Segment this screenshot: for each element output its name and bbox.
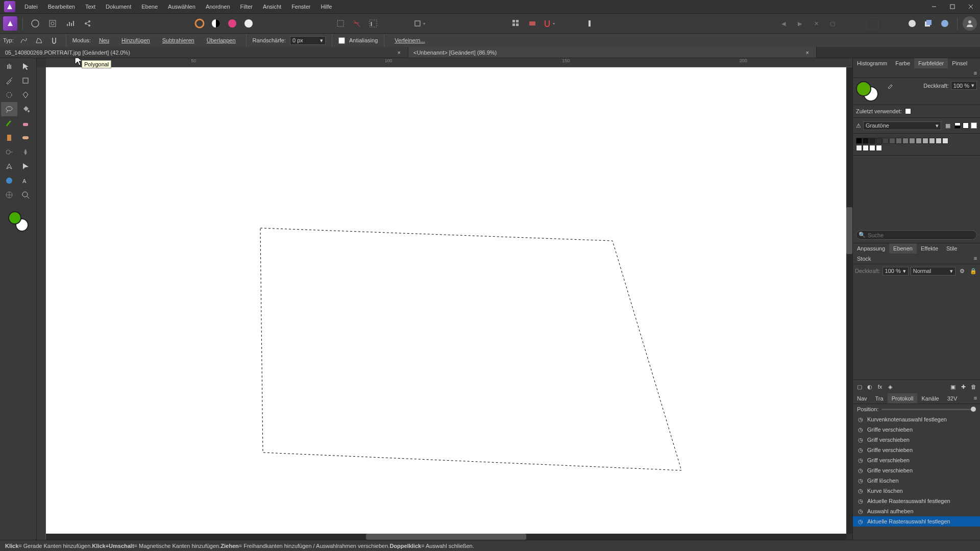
- lasso-tool[interactable]: [1, 102, 17, 116]
- grayscale-swatches[interactable]: [856, 138, 977, 144]
- type-magnetic-icon[interactable]: [48, 35, 60, 46]
- menu-hilfe[interactable]: Hilfe: [315, 2, 337, 12]
- maximize-button[interactable]: [943, 0, 962, 13]
- tab-farbe[interactable]: Farbe: [891, 58, 914, 68]
- hand-tool[interactable]: [1, 59, 17, 73]
- menu-text[interactable]: Text: [80, 2, 101, 12]
- tab-anpassung[interactable]: Anpassung: [853, 243, 889, 254]
- scrollbar-horizontal[interactable]: [46, 534, 846, 540]
- persona-export-icon[interactable]: [80, 16, 94, 31]
- tab-stile[interactable]: Stile: [942, 243, 961, 254]
- info-icon[interactable]: [582, 16, 597, 31]
- layers-list[interactable]: [853, 278, 980, 380]
- menu-datei[interactable]: Datei: [19, 2, 43, 12]
- protocol-item[interactable]: ◷Griffe verschieben: [853, 445, 980, 455]
- menu-ebene[interactable]: Ebene: [136, 2, 163, 12]
- palette-none-icon[interactable]: [971, 122, 977, 129]
- mesh-tool[interactable]: [1, 188, 17, 202]
- menu-filter[interactable]: Filter: [235, 2, 258, 12]
- persona-liquify-icon[interactable]: [28, 16, 42, 31]
- tab-histogramm[interactable]: Histogramm: [853, 58, 891, 68]
- cloud-icon[interactable]: [905, 16, 919, 31]
- recent-swatch[interactable]: [905, 108, 911, 114]
- tab-2-close-icon[interactable]: ×: [804, 49, 811, 56]
- canvas[interactable]: [46, 67, 846, 534]
- shape-tool[interactable]: [1, 173, 17, 188]
- protocol-item-selected[interactable]: ◷Aktuelle Rasterauswahl festlegen: [853, 516, 980, 527]
- blend-mode[interactable]: Normal▾: [911, 267, 955, 276]
- eyedropper-icon[interactable]: [886, 81, 895, 90]
- tab-ebenen[interactable]: Ebenen: [889, 243, 917, 254]
- protocol-item[interactable]: ◷Griffe verschieben: [853, 465, 980, 475]
- deckkraft-value[interactable]: 100 %▾: [951, 81, 977, 90]
- search-input[interactable]: [868, 232, 974, 238]
- hue-icon[interactable]: [225, 16, 239, 31]
- lasso-select-icon[interactable]: [350, 16, 364, 31]
- protocol-item[interactable]: ◷Aktuelle Rasterauswahl festlegen: [853, 496, 980, 506]
- grid-toggle-icon[interactable]: [525, 16, 540, 31]
- tab-2[interactable]: <Unbenannt> [Geändert] (86.9%) ×: [408, 47, 817, 58]
- palette-grid-icon[interactable]: ▦: [943, 121, 952, 130]
- tab-farbfelder[interactable]: Farbfelder: [914, 58, 948, 68]
- layer-mask-icon[interactable]: ▢: [855, 382, 864, 391]
- type-freehand-icon[interactable]: [18, 35, 29, 46]
- layer-fx-icon[interactable]: fx: [875, 382, 885, 391]
- refine-button[interactable]: Verfeinern...: [390, 36, 429, 45]
- menu-fenster[interactable]: Fenster: [286, 2, 315, 12]
- layer-opacity[interactable]: 100 %▾: [883, 267, 909, 276]
- layer-blend-icon[interactable]: ◈: [886, 382, 895, 391]
- tab-effekte[interactable]: Effekte: [917, 243, 942, 254]
- rand-input[interactable]: 0 px▾: [290, 36, 326, 45]
- mode-hinzufuegen[interactable]: Hinzufügen: [117, 36, 154, 45]
- tab-kanaele[interactable]: Kanäle: [917, 393, 943, 404]
- panel-color-swatch[interactable]: [856, 81, 881, 102]
- marquee-icon[interactable]: [333, 16, 348, 31]
- flood-select-tool[interactable]: [17, 88, 34, 102]
- menu-anordnen[interactable]: Anordnen: [201, 2, 235, 12]
- protocol-item[interactable]: ◷Griffe verschieben: [853, 424, 980, 435]
- color-wheel-icon[interactable]: [192, 16, 207, 31]
- palette-white-icon[interactable]: [963, 122, 969, 129]
- tab-stock[interactable]: Stock: [853, 254, 875, 264]
- protocol-item[interactable]: ◷Griff verschieben: [853, 455, 980, 465]
- node-tool[interactable]: [17, 159, 34, 173]
- zoom-tool[interactable]: [17, 188, 34, 202]
- type-polygonal-icon[interactable]: [33, 35, 44, 46]
- menu-bearbeiten[interactable]: Bearbeiten: [43, 2, 80, 12]
- persona-develop-icon[interactable]: [45, 16, 60, 31]
- tab-protokoll[interactable]: Protokoll: [888, 393, 918, 404]
- layer-adjust-icon[interactable]: ◐: [865, 382, 874, 391]
- pen-tool[interactable]: [1, 159, 17, 173]
- panel-menu-icon[interactable]: ≡: [971, 68, 980, 78]
- protocol-item[interactable]: ◷Kurve löschen: [853, 486, 980, 496]
- contrast-icon[interactable]: [209, 16, 223, 31]
- menu-auswaehlen[interactable]: Auswählen: [163, 2, 201, 12]
- crop-tool[interactable]: [17, 73, 34, 88]
- cloud-globe-icon[interactable]: [938, 16, 952, 31]
- position-slider[interactable]: Position:: [853, 404, 980, 414]
- mode-ueberlappen[interactable]: Überlappen: [203, 36, 240, 45]
- fill-tool[interactable]: [17, 102, 34, 116]
- tab-pinsel[interactable]: Pinsel: [948, 58, 971, 68]
- selection-brush-tool[interactable]: [1, 88, 17, 102]
- tab-32v[interactable]: 32V: [943, 393, 962, 404]
- polygonal-selection[interactable]: [46, 67, 846, 534]
- tab-1[interactable]: 05_140800269.PORTRAIT.jpg [Geändert] (42…: [0, 47, 408, 58]
- protocol-item[interactable]: ◷Griff löschen: [853, 475, 980, 486]
- layer-delete-icon[interactable]: 🗑: [969, 382, 978, 391]
- palette-bw-icon[interactable]: [954, 122, 961, 129]
- color-picker-tool[interactable]: [1, 73, 17, 88]
- close-button[interactable]: [962, 0, 980, 13]
- text-tool[interactable]: A: [17, 173, 34, 188]
- move-tool[interactable]: [17, 59, 34, 73]
- layer-add-icon[interactable]: ✚: [959, 382, 968, 391]
- protocol-item[interactable]: ◷Griff verschieben: [853, 435, 980, 445]
- protocol-item[interactable]: ◷Kurvenknotenauswahl festlegen: [853, 414, 980, 424]
- layer-group-icon[interactable]: ▣: [948, 382, 958, 391]
- mode-neu[interactable]: Neu: [95, 36, 113, 45]
- persona-tone-icon[interactable]: [63, 16, 77, 31]
- menu-dokument[interactable]: Dokument: [101, 2, 136, 12]
- mode-subtrahieren[interactable]: Subtrahieren: [158, 36, 199, 45]
- grid-icon[interactable]: [509, 16, 523, 31]
- menu-ansicht[interactable]: Ansicht: [258, 2, 286, 12]
